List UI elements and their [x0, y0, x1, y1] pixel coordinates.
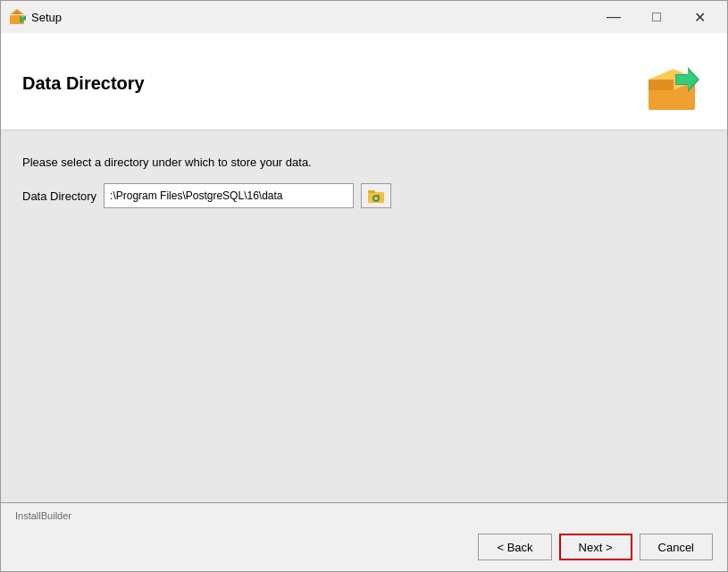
- next-button[interactable]: Next >: [559, 534, 632, 560]
- browse-folder-icon: [367, 188, 385, 204]
- browse-button[interactable]: [361, 183, 391, 208]
- minimize-button[interactable]: —: [593, 4, 634, 30]
- footer-buttons: < Back Next > Cancel: [15, 526, 713, 564]
- svg-marker-7: [649, 80, 674, 90]
- instruction-text: Please select a directory under which to…: [22, 156, 706, 169]
- field-label: Data Directory: [22, 189, 96, 203]
- content-area: Please select a directory under which to…: [1, 130, 727, 502]
- svg-rect-11: [368, 190, 375, 193]
- app-icon: [8, 8, 26, 26]
- maximize-button[interactable]: □: [636, 4, 677, 30]
- cancel-button[interactable]: Cancel: [640, 534, 713, 560]
- page-title: Data Directory: [22, 73, 145, 94]
- header-section: Data Directory: [1, 33, 727, 130]
- directory-field-row: Data Directory: [22, 183, 706, 208]
- directory-input[interactable]: [104, 183, 354, 208]
- window-controls: — □ ✕: [593, 4, 720, 30]
- setup-window: Setup — □ ✕ Data Directory: [0, 0, 728, 572]
- header-icon: [641, 51, 706, 115]
- title-bar: Setup — □ ✕: [1, 1, 727, 33]
- footer-brand: InstallBuilder: [15, 510, 713, 521]
- back-button[interactable]: < Back: [478, 534, 551, 560]
- window-title: Setup: [31, 11, 593, 24]
- footer-section: InstallBuilder < Back Next > Cancel: [1, 502, 727, 571]
- close-button[interactable]: ✕: [679, 4, 720, 30]
